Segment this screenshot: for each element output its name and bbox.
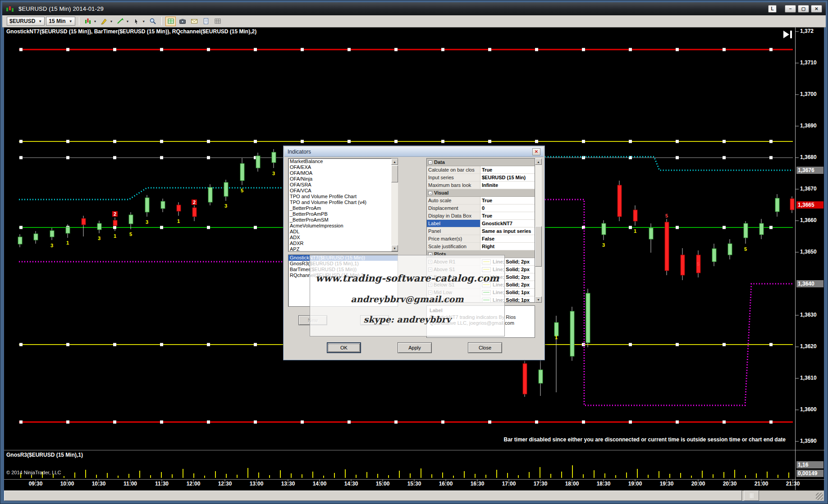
property-value-text: True	[482, 213, 492, 218]
property-name-text: Maximum bars look	[428, 182, 471, 188]
scroll-up-icon[interactable]: ▲	[535, 159, 542, 165]
property-row[interactable]: Input series$EURUSD (15 Min)	[427, 174, 535, 182]
indicator-list-item[interactable]: ADX	[288, 235, 391, 241]
scroll-up-icon[interactable]: ▲	[391, 159, 398, 165]
property-value[interactable]: GnostickNT7	[480, 220, 535, 227]
available-indicators-list[interactable]: MarketBalanceOFA/EXAOFA/MOAOFA/NinjaOFA/…	[288, 158, 398, 252]
property-name: Scale justification	[427, 243, 480, 250]
collapse-icon[interactable]: -	[428, 160, 432, 164]
magnifier-icon	[149, 18, 156, 25]
dialog-close-button[interactable]: ✕	[532, 148, 540, 155]
property-value-text: False	[482, 236, 494, 241]
indicator-list-item[interactable]: TPO and Volume Profile Chart	[288, 194, 391, 200]
close-dialog-button[interactable]: Close	[468, 342, 502, 353]
indicator-list-item[interactable]: OFA/SRA	[288, 182, 391, 188]
indicator-list-item[interactable]: _BetterProAm	[288, 205, 391, 211]
chart-style-button[interactable]	[83, 17, 93, 26]
interval-selector[interactable]: 15 Min ▼	[46, 17, 75, 26]
minimize-button[interactable]: –	[785, 5, 796, 13]
indicator-list-item[interactable]: AcmeVolumeImpression	[288, 223, 391, 229]
property-row[interactable]: Display in Data BoxTrue	[427, 212, 535, 220]
link-button[interactable]: L	[768, 5, 777, 13]
grid-button[interactable]	[212, 17, 223, 26]
indicator-list-item[interactable]: ADXR	[288, 241, 391, 246]
property-row[interactable]: Auto scaleTrue	[427, 197, 535, 204]
app-icon	[6, 5, 15, 13]
property-row[interactable]: LabelGnostickNT7	[427, 220, 535, 227]
maximize-button[interactable]: ▢	[798, 5, 809, 13]
zoom-button[interactable]	[147, 17, 158, 26]
indicator-list-item[interactable]: MarketBalance	[288, 159, 391, 164]
indicator-list-item[interactable]: ADL	[288, 229, 391, 235]
property-row[interactable]: Displacement0	[427, 204, 535, 212]
watermark-line: skype: andreybbrv	[310, 314, 504, 324]
alerts-button[interactable]	[115, 17, 125, 26]
property-row[interactable]: Price marker(s)False	[427, 235, 535, 243]
property-row[interactable]: PanelSame as input series	[427, 227, 535, 235]
property-value-text: GnostickNT7	[482, 221, 512, 226]
cursor-icon	[133, 18, 140, 25]
property-value[interactable]: True	[480, 197, 535, 204]
indicator-list-item[interactable]: OFA/MOA	[288, 170, 391, 176]
window-controls: L – ▢ ✕	[768, 5, 822, 13]
property-section-header[interactable]: -Visual	[427, 189, 535, 197]
scrollbar-grip[interactable]	[744, 490, 759, 501]
trend-arrow-icon	[117, 18, 124, 25]
scroll-down-icon[interactable]: ▼	[391, 245, 398, 251]
property-value[interactable]: Infinite	[480, 182, 535, 189]
indicator-list-item[interactable]: APZ	[288, 246, 391, 252]
chevron-down-icon: ▼	[69, 19, 73, 23]
indicator-list-item[interactable]: OFA/VCA	[288, 188, 391, 194]
property-name: Panel	[427, 227, 480, 235]
property-section-header[interactable]: -Data	[427, 159, 535, 166]
instrument-value: $EURUSD	[9, 18, 35, 24]
grid-icon	[214, 18, 221, 25]
property-value-text: $EURUSD (15 Min)	[482, 175, 526, 180]
collapse-icon[interactable]: -	[428, 191, 432, 195]
snapshot-button[interactable]	[177, 17, 188, 26]
chevron-down-icon[interactable]: ▼	[110, 20, 113, 23]
email-button[interactable]	[189, 17, 199, 26]
chevron-down-icon[interactable]: ▼	[142, 20, 145, 23]
instrument-selector[interactable]: $EURUSD ▼	[7, 17, 45, 26]
resize-grip-icon[interactable]	[816, 493, 823, 500]
indicator-list-item[interactable]: TPO and Volume Profile Chart (v4)	[288, 200, 391, 205]
chevron-down-icon[interactable]: ▼	[126, 20, 129, 23]
indicator-list-item[interactable]: OFA/EXA	[288, 164, 391, 170]
property-value[interactable]: Right	[480, 243, 535, 250]
grid-scrollbar[interactable]: ▲ ▼	[535, 159, 542, 303]
apply-button[interactable]: Apply	[398, 342, 432, 353]
property-row[interactable]: Maximum bars lookInfinite	[427, 182, 535, 189]
property-value-text: Infinite	[482, 182, 498, 188]
property-value[interactable]: False	[480, 235, 535, 242]
camera-icon	[179, 18, 186, 25]
property-value-text: True	[482, 198, 492, 203]
property-row[interactable]: Scale justificationRight	[427, 243, 535, 250]
scroll-down-icon[interactable]: ▼	[535, 296, 542, 303]
horizontal-scrollbar	[4, 490, 824, 501]
scrollbar-thumb[interactable]	[535, 226, 542, 267]
indicator-list-item[interactable]: _BetterProAmSM	[288, 217, 391, 223]
ok-button[interactable]: OK	[327, 342, 361, 353]
list-scrollbar[interactable]: ▲ ▼	[391, 159, 398, 251]
dialog-titlebar[interactable]: Indicators ✕	[284, 147, 544, 157]
scrollbar-thumb[interactable]	[391, 165, 398, 182]
property-value[interactable]: Same as input series	[480, 227, 535, 235]
property-name: Auto scale	[427, 197, 480, 204]
close-button[interactable]: ✕	[811, 5, 822, 13]
drawing-tools-button[interactable]	[99, 17, 109, 26]
properties-button[interactable]	[201, 17, 211, 26]
dialog-title: Indicators	[288, 149, 311, 155]
property-value[interactable]: 0	[480, 204, 535, 212]
property-row[interactable]: Calculate on bar closTrue	[427, 166, 535, 174]
property-value[interactable]: True	[480, 212, 535, 219]
indicator-list-item[interactable]: _BetterProAmPB	[288, 211, 391, 217]
chevron-down-icon[interactable]: ▼	[94, 20, 97, 23]
property-value[interactable]: True	[480, 166, 535, 173]
watermark-line: www.trading-software-catalog.com	[310, 272, 504, 284]
cursor-button[interactable]	[131, 17, 142, 26]
indicator-list-item[interactable]: OFA/Ninja	[288, 176, 391, 182]
property-value[interactable]: $EURUSD (15 Min)	[480, 174, 535, 181]
scrollbar-thumb[interactable]	[4, 490, 742, 501]
data-box-button[interactable]	[165, 17, 176, 26]
